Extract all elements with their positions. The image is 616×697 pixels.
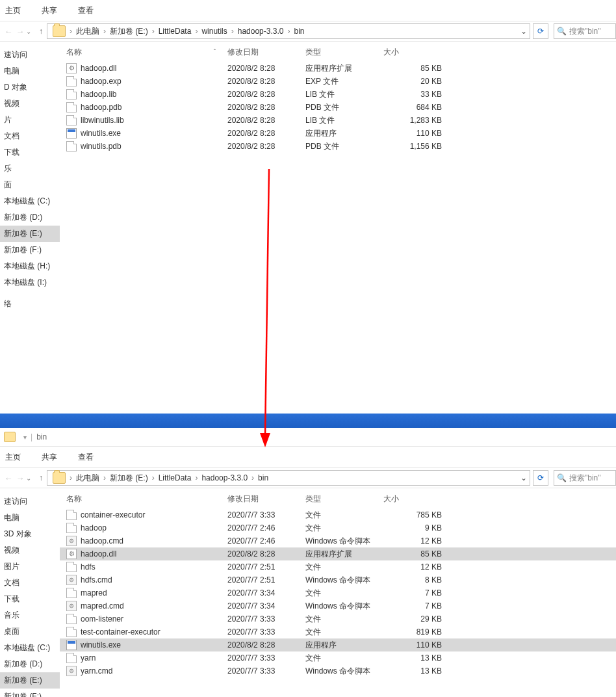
tree-item[interactable]: 电脑 [0,63,60,79]
tab-view[interactable]: 查看 [78,5,94,16]
chevron-right-icon[interactable]: › [102,27,107,36]
file-row[interactable]: winutils.pdb2020/8/2 8:28PDB 文件1,156 KB [60,140,616,153]
file-row[interactable]: hadoop.dll2020/8/2 8:28应用程序扩展85 KB [60,547,616,560]
breadcrumb-segment[interactable]: hadoop-3.3.0 [199,473,250,482]
file-row[interactable]: yarn.cmd2020/7/7 3:33Windows 命令脚本13 KB [60,664,616,677]
column-headers[interactable]: 名称ˆ 修改日期 类型 大小 [60,46,616,62]
file-list[interactable]: 名称ˆ 修改日期 类型 大小 hadoop.dll2020/8/2 8:28应用… [60,42,616,414]
tree-item[interactable]: 音乐 [0,607,60,624]
tree-item[interactable]: 新加卷 (E:) [0,672,60,689]
file-row[interactable]: oom-listener2020/7/7 3:33文件29 KB [60,612,616,625]
file-row[interactable]: yarn2020/7/7 3:33文件13 KB [60,651,616,664]
file-row[interactable]: mapred2020/7/7 3:34文件7 KB [60,586,616,599]
breadcrumb-segment[interactable]: 新加卷 (E:) [107,473,151,482]
breadcrumb-segment[interactable]: 此电脑 [73,473,102,482]
chevron-right-icon[interactable]: › [151,473,156,482]
file-list[interactable]: 名称 修改日期 类型 大小 container-executor2020/7/7… [60,488,616,697]
tree-item[interactable]: 乐 [0,161,60,177]
tree-item[interactable]: 桌面 [0,624,60,640]
col-date[interactable]: 修改日期 [227,493,305,505]
tree-item[interactable]: 新加卷 (D:) [0,656,60,672]
tree-item[interactable]: 新加卷 (F:) [0,689,60,697]
tab-share[interactable]: 共享 [42,5,57,16]
column-headers[interactable]: 名称 修改日期 类型 大小 [60,492,616,508]
file-row[interactable]: winutils.exe2020/8/2 8:28应用程序110 KB [60,127,616,140]
nav-up-icon[interactable]: ↑ [35,27,47,36]
tree-item[interactable]: 面 [0,177,60,193]
chevron-right-icon[interactable]: › [151,27,156,36]
tree-item[interactable]: 本地磁盘 (C:) [0,193,60,209]
breadcrumb-segment[interactable]: bin [291,27,307,36]
breadcrumb-segment[interactable]: LittleData [156,473,194,482]
tab-share[interactable]: 共享 [42,452,57,463]
tree-item[interactable]: 本地磁盘 (C:) [0,640,60,656]
tree-item[interactable]: 本地磁盘 (I:) [0,274,60,291]
file-row[interactable]: test-container-executor2020/7/7 3:33文件81… [60,625,616,638]
tree-item[interactable]: 下载 [0,144,60,161]
file-row[interactable]: container-executor2020/7/7 3:33文件785 KB [60,508,616,521]
refresh-button[interactable]: ⟳ [533,23,548,39]
file-row[interactable]: hadoop.cmd2020/7/7 2:46Windows 命令脚本12 KB [60,534,616,547]
col-name[interactable]: 名称 [66,493,82,505]
breadcrumb-segment[interactable]: winutils [199,27,229,36]
nav-forward-icon[interactable]: → [14,473,26,483]
breadcrumb-segment[interactable]: 此电脑 [73,27,102,36]
tree-item[interactable]: 视频 [0,96,60,112]
nav-up-icon[interactable]: ↑ [35,473,47,482]
file-row[interactable]: hdfs2020/7/7 2:51文件12 KB [60,560,616,573]
tree-item[interactable]: 速访问 [0,493,60,510]
tree-item[interactable]: 速访问 [0,47,60,63]
col-type[interactable]: 类型 [305,493,383,505]
chevron-right-icon[interactable]: › [68,27,73,36]
col-date[interactable]: 修改日期 [227,47,305,58]
tab-view[interactable]: 查看 [78,452,94,463]
tree-item[interactable]: 视频 [0,542,60,559]
tree-item[interactable]: 文档 [0,575,60,591]
tree-item[interactable]: 本地磁盘 (H:) [0,258,60,274]
tab-home[interactable]: 主页 [5,452,21,463]
tree-item[interactable]: 图片 [0,559,60,575]
file-row[interactable]: winutils.exe2020/8/2 8:28应用程序110 KB [60,638,616,651]
tree-item[interactable]: 下载 [0,591,60,607]
col-size[interactable]: 大小 [383,47,456,58]
tree-item[interactable]: 电脑 [0,510,60,526]
file-row[interactable]: hadoop.lib2020/8/2 8:28LIB 文件33 KB [60,88,616,101]
nav-history-dropdown-icon[interactable]: ⌄ [26,475,35,482]
tree-item[interactable]: 络 [0,296,60,312]
file-row[interactable]: mapred.cmd2020/7/7 3:34Windows 命令脚本7 KB [60,599,616,612]
file-row[interactable]: hdfs.cmd2020/7/7 2:51Windows 命令脚本8 KB [60,573,616,586]
file-row[interactable]: hadoop.dll2020/8/2 8:28应用程序扩展85 KB [60,62,616,75]
breadcrumb-segment[interactable]: LittleData [156,27,194,36]
tree-item[interactable]: 新加卷 (F:) [0,242,60,258]
nav-tree[interactable]: 速访问电脑3D 对象视频图片文档下载音乐桌面本地磁盘 (C:)新加卷 (D:)新… [0,488,60,697]
breadcrumb[interactable]: › 此电脑›新加卷 (E:)›LittleData›winutils›hadoo… [47,23,530,39]
refresh-button[interactable]: ⟳ [533,470,548,486]
col-type[interactable]: 类型 [305,47,383,58]
tree-item[interactable]: 新加卷 (E:) [0,226,60,242]
nav-forward-icon[interactable]: → [14,27,26,36]
file-row[interactable]: hadoop.pdb2020/8/2 8:28PDB 文件684 KB [60,101,616,114]
chevron-right-icon[interactable]: › [102,473,107,482]
breadcrumb-dropdown-icon[interactable]: ⌄ [518,473,530,482]
breadcrumb-dropdown-icon[interactable]: ⌄ [518,27,530,36]
breadcrumb-segment[interactable]: hadoop-3.3.0 [235,27,287,36]
tree-item[interactable]: 3D 对象 [0,526,60,542]
nav-back-icon[interactable]: ← [3,27,14,36]
breadcrumb-segment[interactable]: bin [255,473,271,482]
search-input[interactable]: 🔍 搜索"bin" [554,23,616,39]
breadcrumb-segment[interactable]: 新加卷 (E:) [107,27,151,36]
chevron-right-icon[interactable]: › [250,473,255,482]
tree-item[interactable]: 文档 [0,128,60,144]
chevron-right-icon[interactable]: › [230,27,235,36]
chevron-right-icon[interactable]: › [68,473,73,482]
tree-item[interactable]: 片 [0,112,60,128]
breadcrumb[interactable]: › 此电脑›新加卷 (E:)›LittleData›hadoop-3.3.0›b… [47,470,530,486]
col-size[interactable]: 大小 [383,493,456,505]
search-input[interactable]: 🔍 搜索"bin" [554,470,616,486]
file-row[interactable]: hadoop.exp2020/8/2 8:28EXP 文件20 KB [60,75,616,88]
nav-tree[interactable]: 速访问电脑D 对象视频片文档下载乐面本地磁盘 (C:)新加卷 (D:)新加卷 (… [0,42,60,414]
file-row[interactable]: hadoop2020/7/7 2:46文件9 KB [60,521,616,534]
nav-back-icon[interactable]: ← [3,473,14,483]
nav-history-dropdown-icon[interactable]: ⌄ [26,28,35,35]
file-row[interactable]: libwinutils.lib2020/8/2 8:28LIB 文件1,283 … [60,114,616,127]
